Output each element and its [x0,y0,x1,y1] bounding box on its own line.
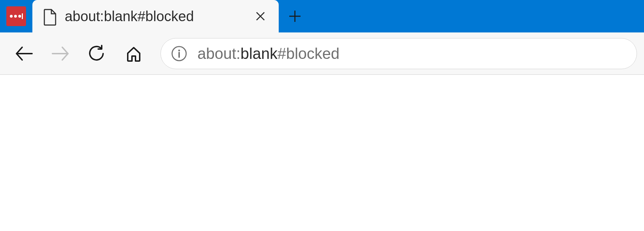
forward-button[interactable] [44,37,77,71]
info-icon [171,45,187,62]
arrow-left-icon [14,46,33,61]
new-tab-button[interactable] [279,0,311,32]
svg-point-0 [10,15,13,18]
pinned-tab[interactable] [0,0,32,32]
home-icon [125,45,143,62]
active-tab[interactable]: about:blank#blocked [32,0,279,32]
svg-point-2 [18,15,21,18]
close-tab-button[interactable] [252,8,269,25]
svg-point-1 [14,15,17,18]
lastpass-icon [6,6,26,26]
svg-point-11 [178,49,180,51]
back-button[interactable] [7,37,41,71]
tab-strip: about:blank#blocked [0,0,644,32]
toolbar: about:blank#blocked [0,32,644,75]
site-info-button[interactable] [171,45,188,62]
page-icon [42,9,57,24]
address-bar[interactable]: about:blank#blocked [160,38,637,69]
svg-rect-3 [22,13,23,19]
plus-icon [288,9,302,23]
refresh-icon [88,45,106,62]
refresh-button[interactable] [80,37,114,71]
close-icon [255,11,266,22]
tab-title: about:blank#blocked [65,8,244,24]
url-text: about:blank#blocked [197,45,340,62]
arrow-right-icon [51,46,70,61]
home-button[interactable] [117,37,151,71]
